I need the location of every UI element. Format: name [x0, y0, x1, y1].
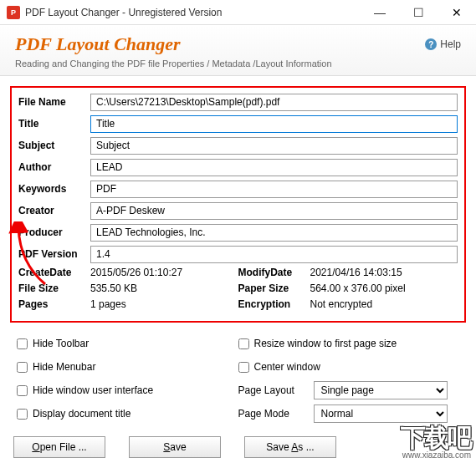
save-as-button[interactable]: Save As ... [244, 436, 336, 458]
creator-input[interactable] [90, 202, 458, 220]
close-button[interactable]: ✕ [438, 0, 476, 25]
window-title: PDF Layout Changer - Unregistered Versio… [25, 7, 361, 18]
creator-label: Creator [18, 205, 90, 216]
filesize-value: 535.50 KB [90, 282, 238, 294]
app-subtitle: Reading and Changing the PDF file Proper… [15, 59, 425, 69]
maximize-button[interactable]: ☐ [399, 0, 438, 25]
title-input[interactable] [90, 115, 458, 133]
help-link[interactable]: ? Help [425, 33, 461, 50]
keywords-input[interactable] [90, 181, 458, 198]
display-title-checkbox[interactable] [17, 409, 28, 420]
resize-window-checkbox[interactable] [238, 338, 249, 349]
app-icon: P [7, 6, 20, 19]
open-file-button[interactable]: Open File ... [13, 436, 105, 458]
watermark: 下载吧 www.xiazaiba.com [401, 425, 471, 460]
subject-input[interactable] [90, 137, 458, 155]
hide-toolbar-checkbox[interactable] [17, 338, 28, 349]
help-icon: ? [425, 38, 437, 50]
header: PDF Layout Changer Reading and Changing … [0, 25, 476, 76]
minimize-button[interactable]: — [361, 0, 399, 25]
page-layout-label: Page Layout [238, 384, 314, 396]
producer-input[interactable] [90, 224, 458, 242]
encryption-value: Not encrypted [310, 298, 458, 310]
producer-label: Producer [18, 226, 90, 238]
pages-label: Pages [18, 298, 90, 310]
app-title: PDF Layout Changer [15, 33, 425, 55]
display-title-label: Display document title [33, 408, 131, 420]
encryption-label: Encryption [238, 298, 310, 310]
hide-menubar-checkbox[interactable] [17, 362, 28, 373]
createdate-value: 2015/05/26 01:10:27 [90, 267, 238, 278]
pdfver-label: PDF Version [18, 248, 90, 260]
keywords-label: Keywords [18, 183, 90, 195]
hide-ui-checkbox[interactable] [17, 385, 28, 396]
watermark-url: www.xiazaiba.com [401, 450, 471, 460]
author-label: Author [18, 161, 90, 173]
filesize-label: File Size [18, 282, 90, 294]
pages-value: 1 pages [90, 298, 238, 310]
page-mode-select[interactable]: Normal [314, 404, 448, 423]
watermark-logo: 下载吧 [401, 425, 471, 450]
center-window-label: Center window [254, 361, 320, 373]
papersize-label: Paper Size [238, 282, 310, 294]
filename-label: File Name [18, 96, 90, 108]
pdfver-input[interactable] [90, 246, 458, 263]
hide-toolbar-label: Hide Toolbar [33, 338, 89, 349]
resize-window-label: Resize window to first page size [254, 338, 397, 349]
papersize-value: 564.00 x 376.00 pixel [310, 282, 458, 294]
page-layout-select[interactable]: Single page [314, 381, 448, 399]
page-mode-label: Page Mode [238, 408, 314, 420]
titlebar: P PDF Layout Changer - Unregistered Vers… [0, 0, 476, 25]
center-window-checkbox[interactable] [238, 362, 249, 373]
createdate-label: CreateDate [18, 267, 90, 278]
title-label: Title [18, 118, 90, 130]
properties-panel: File Name Title Subject Author Keywords … [10, 86, 466, 323]
hide-menubar-label: Hide Menubar [33, 361, 95, 373]
modifydate-label: ModifyDate [238, 267, 310, 278]
subject-label: Subject [18, 140, 90, 151]
author-input[interactable] [90, 159, 458, 176]
modifydate-value: 2021/04/16 14:03:15 [310, 267, 458, 278]
options-panel: Hide Toolbar Hide Menubar Hide window us… [0, 329, 476, 431]
hide-ui-label: Hide window user interface [33, 384, 153, 396]
filename-input[interactable] [90, 94, 458, 111]
save-button[interactable]: Save [129, 436, 221, 458]
